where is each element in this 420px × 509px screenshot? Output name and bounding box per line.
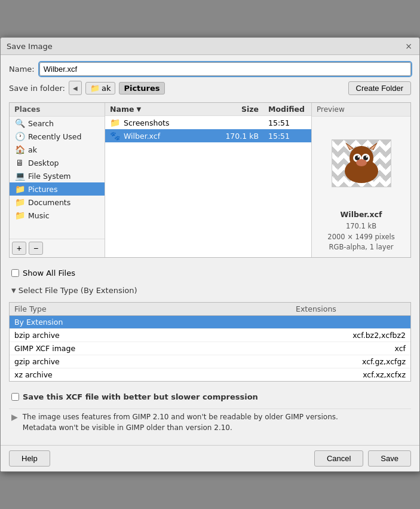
close-button[interactable]: × bbox=[404, 41, 413, 51]
places-item-ak[interactable]: 🏠 ak bbox=[10, 143, 105, 156]
places-label-documents: Documents bbox=[28, 198, 70, 207]
collapse-label: Select File Type (By Extension) bbox=[19, 286, 137, 295]
collapse-row[interactable]: ▼ Select File Type (By Extension) bbox=[9, 284, 411, 296]
desktop-icon: 🖥 bbox=[14, 158, 25, 167]
filename-input[interactable] bbox=[39, 62, 411, 76]
file-type-ext-bzip: xcf.bz2,xcfbz2 bbox=[286, 331, 406, 340]
home-icon: 🏠 bbox=[14, 145, 25, 154]
breadcrumb-current[interactable]: Pictures bbox=[119, 82, 164, 95]
show-all-label[interactable]: Show All Files bbox=[23, 269, 75, 278]
files-col-name-header[interactable]: Name ▼ bbox=[105, 103, 216, 115]
title-bar: Save Image × bbox=[1, 38, 419, 55]
preview-filename: Wilber.xcf bbox=[317, 210, 406, 219]
preview-image-container bbox=[312, 117, 410, 210]
file-type-name-bzip: bzip archive bbox=[14, 331, 286, 340]
places-actions: + − bbox=[10, 239, 105, 257]
preview-size: 170.1 kB bbox=[317, 221, 406, 231]
files-header: Name ▼ Size Modified bbox=[105, 103, 311, 116]
preview-dimensions: 2000 × 1499 pixels bbox=[317, 232, 406, 242]
places-item-music[interactable]: 📁 Music bbox=[10, 209, 105, 222]
places-panel: Places 🔍 Search 🕐 Recently Used 🏠 ak bbox=[10, 103, 105, 257]
compression-label[interactable]: Save this XCF file with better but slowe… bbox=[23, 392, 258, 401]
preview-panel: Preview bbox=[312, 103, 410, 257]
file-type-ext-gzip: xcf.gz,xcfgz bbox=[286, 357, 406, 366]
places-header: Places bbox=[10, 103, 105, 117]
show-all-checkbox[interactable] bbox=[11, 269, 19, 277]
file-cell-modified-wilber: 15:51 bbox=[263, 132, 311, 141]
file-type-row-gzip[interactable]: gzip archive xcf.gz,xcfgz bbox=[10, 355, 410, 368]
places-add-button[interactable]: + bbox=[12, 242, 26, 255]
wilber-svg bbox=[335, 141, 388, 185]
bottom-buttons: Help Cancel Save bbox=[1, 445, 419, 471]
file-type-row-xz[interactable]: xz archive xcf.xz,xcfxz bbox=[10, 368, 410, 381]
places-item-pictures[interactable]: 📁 Pictures bbox=[10, 182, 105, 196]
file-type-table: File Type Extensions By Extension bzip a… bbox=[9, 302, 411, 382]
preview-type: RGB-alpha, 1 layer bbox=[317, 242, 406, 252]
file-type-ext-xcf: xcf bbox=[286, 344, 406, 353]
info-expand-icon[interactable]: ▶ bbox=[11, 412, 18, 422]
file-type-row-bzip[interactable]: bzip archive xcf.bz2,xcfbz2 bbox=[10, 329, 410, 342]
pictures-folder-icon: 📁 bbox=[14, 184, 25, 194]
places-item-documents[interactable]: 📁 Documents bbox=[10, 196, 105, 209]
preview-header: Preview bbox=[312, 103, 410, 117]
places-item-recently-used[interactable]: 🕐 Recently Used bbox=[10, 130, 105, 143]
places-label-recently-used: Recently Used bbox=[28, 132, 81, 141]
compression-checkbox[interactable] bbox=[11, 393, 19, 401]
save-image-dialog: Save Image × Name: Save in folder: ◀ 📁 a… bbox=[0, 37, 420, 472]
dialog-title: Save Image bbox=[7, 42, 53, 51]
places-item-search[interactable]: 🔍 Search bbox=[10, 117, 105, 130]
files-list: 📁 Screenshots 15:51 🐾 Wilber.xcf 170.1 k… bbox=[105, 116, 311, 257]
file-type-name-by-extension: By Extension bbox=[14, 318, 286, 327]
file-type-row-by-extension[interactable]: By Extension bbox=[10, 316, 410, 329]
collapse-icon: ▼ bbox=[11, 287, 16, 294]
location-row: Save in folder: ◀ 📁 ak Pictures Create F… bbox=[9, 81, 411, 95]
recently-used-icon: 🕐 bbox=[14, 132, 25, 141]
breadcrumb-current-label: Pictures bbox=[124, 84, 160, 93]
file-row-wilber[interactable]: 🐾 Wilber.xcf 170.1 kB 15:51 bbox=[105, 129, 311, 142]
folder-icon: 📁 bbox=[90, 84, 100, 93]
files-col-size-header[interactable]: Size bbox=[216, 103, 263, 115]
svg-point-13 bbox=[356, 159, 367, 166]
places-label-ak: ak bbox=[28, 145, 37, 154]
compression-row: Save this XCF file with better but slowe… bbox=[9, 388, 411, 404]
name-row: Name: bbox=[9, 62, 411, 76]
file-cell-name-screenshots: 📁 Screenshots bbox=[105, 118, 216, 127]
nav-back-button[interactable]: ◀ bbox=[69, 81, 82, 95]
preview-info: Wilber.xcf 170.1 kB 2000 × 1499 pixels R… bbox=[312, 210, 410, 257]
sort-arrow-icon: ▼ bbox=[136, 106, 141, 112]
breadcrumb-parent[interactable]: 📁 ak bbox=[85, 82, 116, 95]
file-cell-size-wilber: 170.1 kB bbox=[216, 132, 263, 141]
cancel-button[interactable]: Cancel bbox=[314, 450, 363, 467]
right-buttons: Cancel Save bbox=[314, 450, 411, 467]
dialog-body: Name: Save in folder: ◀ 📁 ak Pictures Cr… bbox=[1, 55, 419, 445]
search-icon: 🔍 bbox=[14, 118, 25, 128]
save-button[interactable]: Save bbox=[368, 450, 411, 467]
file-type-header: File Type Extensions bbox=[10, 303, 410, 316]
places-item-desktop[interactable]: 🖥 Desktop bbox=[10, 156, 105, 169]
file-type-ext-by-extension bbox=[286, 318, 406, 327]
file-type-col-name-header: File Type bbox=[10, 303, 291, 315]
places-remove-button[interactable]: − bbox=[29, 242, 43, 255]
folder-icon-screenshots: 📁 bbox=[110, 118, 120, 127]
show-all-row: Show All Files bbox=[9, 265, 411, 279]
file-type-ext-xz: xcf.xz,xcfxz bbox=[286, 370, 406, 379]
places-label-desktop: Desktop bbox=[28, 159, 59, 167]
file-row-screenshots[interactable]: 📁 Screenshots 15:51 bbox=[105, 116, 311, 129]
info-text: The image uses features from GIMP 2.10 a… bbox=[23, 412, 338, 433]
file-type-row-xcf[interactable]: GIMP XCF image xcf bbox=[10, 342, 410, 355]
breadcrumb-parent-label: ak bbox=[102, 84, 111, 93]
file-type-name-xcf: GIMP XCF image bbox=[14, 344, 286, 353]
music-folder-icon: 📁 bbox=[14, 211, 25, 220]
places-item-file-system[interactable]: 💻 File System bbox=[10, 169, 105, 182]
preview-image bbox=[332, 139, 391, 187]
filesystem-icon: 💻 bbox=[14, 171, 25, 181]
places-label-filesystem: File System bbox=[28, 172, 71, 181]
files-col-modified-header[interactable]: Modified bbox=[263, 103, 311, 115]
info-row: ▶ The image uses features from GIMP 2.10… bbox=[9, 409, 411, 438]
svg-point-11 bbox=[366, 156, 367, 158]
file-name-screenshots: Screenshots bbox=[124, 118, 169, 127]
documents-folder-icon: 📁 bbox=[14, 197, 25, 207]
create-folder-button[interactable]: Create Folder bbox=[348, 81, 411, 95]
help-button[interactable]: Help bbox=[9, 450, 50, 467]
file-cell-name-wilber: 🐾 Wilber.xcf bbox=[105, 131, 216, 141]
